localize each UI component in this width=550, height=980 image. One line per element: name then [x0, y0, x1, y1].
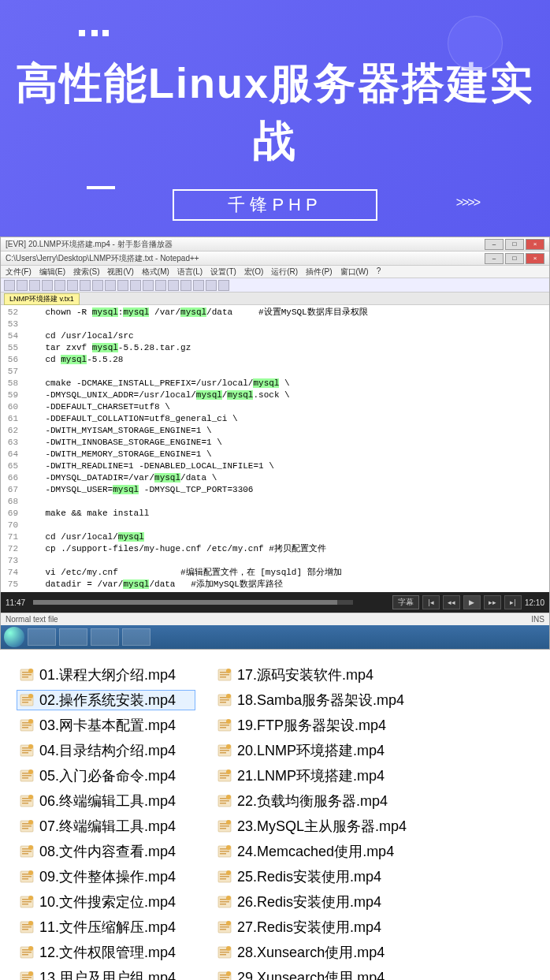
- video-file-icon: [217, 919, 232, 935]
- file-item[interactable]: 18.Samba服务器架设.mp4: [217, 691, 407, 710]
- file-item[interactable]: 09.文件整体操作.mp4: [19, 867, 193, 886]
- svg-rect-118: [220, 853, 226, 855]
- svg-rect-88: [220, 702, 226, 703]
- svg-rect-93: [220, 727, 226, 728]
- menu-item[interactable]: 设置(T): [210, 266, 236, 277]
- toolbar-icon[interactable]: [29, 280, 40, 291]
- code-editor[interactable]: 52 chown -R mysql:mysql /var/mysql/data …: [1, 305, 549, 592]
- file-item[interactable]: 08.文件内容查看.mp4: [19, 842, 193, 861]
- file-item[interactable]: 13.用户及用户组.mp4: [19, 968, 193, 980]
- file-item[interactable]: 10.文件搜索定位.mp4: [19, 892, 193, 911]
- toolbar-icon[interactable]: [168, 280, 179, 291]
- banner-subtitle: 千锋PHP: [173, 189, 377, 221]
- subtitle-button[interactable]: 字幕: [392, 595, 419, 609]
- menu-item[interactable]: 语言(L): [177, 266, 203, 277]
- file-item[interactable]: 07.终端编辑工具.mp4: [19, 817, 193, 836]
- menu-item[interactable]: 文件(F): [6, 266, 32, 277]
- svg-rect-87: [220, 699, 229, 701]
- toolbar-icon[interactable]: [4, 280, 15, 291]
- taskbar-item[interactable]: [91, 628, 119, 646]
- menu-item[interactable]: 窗口(W): [340, 266, 369, 277]
- toolbar-icon[interactable]: [117, 280, 128, 291]
- editor-tab[interactable]: LNMP环境搭建 v.tx1: [4, 293, 80, 305]
- file-item[interactable]: 22.负载均衡服务器.mp4: [217, 792, 407, 810]
- toolbar-icon[interactable]: [92, 280, 103, 291]
- file-item[interactable]: 26.Redis安装使用.mp4: [217, 892, 407, 911]
- taskbar-item[interactable]: [28, 628, 56, 646]
- svg-rect-103: [220, 777, 226, 779]
- menu-item[interactable]: ?: [377, 266, 381, 277]
- video-file-icon: [19, 818, 35, 834]
- file-name: 27.Redis安装使用.mp4: [237, 918, 381, 937]
- toolbar-icon[interactable]: [218, 280, 229, 291]
- course-banner: 高性能Linux服务器搭建实战 千锋PHP >>>>: [0, 0, 550, 237]
- menu-item[interactable]: 格式(M): [142, 266, 169, 277]
- file-item[interactable]: 17.源码安装软件.mp4: [217, 665, 407, 684]
- toolbar-icon[interactable]: [42, 280, 53, 291]
- forward-button[interactable]: ▸▸: [484, 595, 501, 609]
- menu-item[interactable]: 宏(O): [244, 266, 263, 277]
- svg-point-24: [28, 769, 33, 774]
- svg-rect-22: [22, 775, 32, 777]
- toolbar-icon[interactable]: [206, 280, 217, 291]
- start-button[interactable]: [4, 627, 24, 647]
- next-button[interactable]: ▸|: [504, 595, 522, 609]
- player-titlebar[interactable]: [EVR] 20.LNMP环境搭建.mp4 - 射手影音播放器 – □ ×: [1, 237, 549, 252]
- file-item[interactable]: 27.Redis安装使用.mp4: [217, 918, 407, 937]
- svg-point-94: [226, 719, 231, 724]
- minimize-button[interactable]: –: [485, 239, 504, 250]
- file-item[interactable]: 11.文件压缩解压.mp4: [19, 918, 193, 937]
- toolbar-icon[interactable]: [67, 280, 78, 291]
- play-button[interactable]: ▶: [463, 595, 481, 609]
- toolbar-icon[interactable]: [105, 280, 116, 291]
- prev-button[interactable]: |◂: [422, 595, 440, 609]
- svg-rect-133: [220, 929, 226, 930]
- toolbar-icon[interactable]: [17, 280, 28, 291]
- editor-statusbar: Normal text file INS: [1, 613, 549, 625]
- svg-rect-142: [220, 977, 229, 978]
- toolbar-icon[interactable]: [180, 280, 191, 291]
- toolbar-icon[interactable]: [130, 280, 141, 291]
- file-item[interactable]: 19.FTP服务器架设.mp4: [217, 716, 407, 735]
- file-item[interactable]: 12.文件权限管理.mp4: [19, 943, 193, 962]
- editor-minimize-button[interactable]: –: [485, 253, 504, 264]
- file-name: 13.用户及用户组.mp4: [39, 968, 176, 980]
- svg-rect-138: [220, 954, 226, 956]
- file-item[interactable]: 01.课程大纲介绍.mp4: [19, 665, 193, 684]
- editor-titlebar[interactable]: C:\Users\Jerry\Desktop\LNMP环境搭建.txt - No…: [1, 252, 549, 266]
- svg-rect-128: [220, 904, 226, 905]
- file-item[interactable]: 20.LNMP环境搭建.mp4: [217, 741, 407, 760]
- file-item[interactable]: 03.网卡基本配置.mp4: [19, 716, 193, 735]
- menu-item[interactable]: 运行(R): [271, 266, 298, 277]
- file-item[interactable]: 04.目录结构介绍.mp4: [19, 741, 193, 760]
- code-line: 71 cd /usr/local/mysql: [1, 531, 549, 543]
- file-item[interactable]: 06.终端编辑工具.mp4: [19, 792, 193, 810]
- editor-maximize-button[interactable]: □: [505, 253, 524, 264]
- toolbar-icon[interactable]: [143, 280, 154, 291]
- video-file-icon: [217, 717, 232, 733]
- file-item[interactable]: 23.MySQL主从服务器.mp4: [217, 817, 407, 836]
- file-item[interactable]: 25.Redis安装使用.mp4: [217, 867, 407, 886]
- editor-close-button[interactable]: ×: [526, 253, 544, 264]
- menu-item[interactable]: 搜索(S): [73, 266, 99, 277]
- file-item[interactable]: 28.Xunsearch使用.mp4: [217, 943, 407, 962]
- file-item[interactable]: 02.操作系统安装.mp4: [17, 690, 195, 710]
- file-item[interactable]: 05.入门必备命令.mp4: [19, 766, 193, 785]
- toolbar-icon[interactable]: [54, 280, 65, 291]
- menu-item[interactable]: 插件(P): [306, 266, 332, 277]
- maximize-button[interactable]: □: [505, 239, 524, 250]
- menu-item[interactable]: 编辑(E): [39, 266, 65, 277]
- toolbar-icon[interactable]: [155, 280, 166, 291]
- menu-item[interactable]: 视图(V): [107, 266, 133, 277]
- toolbar-icon[interactable]: [193, 280, 204, 291]
- toolbar-icon[interactable]: [80, 280, 91, 291]
- video-file-icon: [217, 768, 232, 784]
- seek-bar[interactable]: [33, 600, 353, 605]
- close-button[interactable]: ×: [526, 239, 544, 250]
- file-item[interactable]: 24.Memcached使用.mp4: [217, 842, 407, 861]
- taskbar-item[interactable]: [59, 628, 87, 646]
- taskbar-item[interactable]: [122, 628, 151, 646]
- file-item[interactable]: 21.LNMP环境搭建.mp4: [217, 766, 407, 785]
- rewind-button[interactable]: ◂◂: [443, 595, 460, 609]
- file-item[interactable]: 29.Xunsearch使用.mp4: [217, 968, 407, 980]
